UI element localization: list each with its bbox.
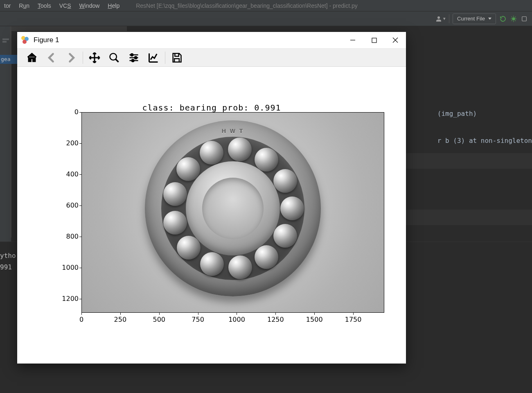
debug-icon[interactable] xyxy=(510,15,517,23)
svg-point-5 xyxy=(135,56,137,59)
editor-highlight-band-2b xyxy=(0,26,127,31)
close-button[interactable] xyxy=(385,32,406,48)
x-tick-label: 500 xyxy=(147,316,171,323)
more-icon[interactable] xyxy=(521,15,528,23)
y-tick-label: 200 xyxy=(54,139,79,147)
svg-point-0 xyxy=(512,17,515,20)
y-tick-label: 0 xyxy=(54,108,79,116)
engraving-top: H W T xyxy=(222,128,244,134)
figure-title: Figure 1 xyxy=(34,36,59,44)
y-tick-label: 800 xyxy=(54,233,79,240)
bearing-ball xyxy=(163,211,187,235)
menu-refactor[interactable]: tor xyxy=(0,2,15,9)
matplotlib-window: Figure 1 xyxy=(17,32,406,364)
bearing-ball xyxy=(200,252,224,276)
project-tree-fragment[interactable]: gea xyxy=(0,55,17,64)
y-tick-mark xyxy=(79,112,81,113)
pan-button[interactable] xyxy=(85,48,104,67)
bearing-ball xyxy=(228,138,252,161)
menu-help[interactable]: Help xyxy=(104,2,124,9)
maximize-button[interactable] xyxy=(363,32,385,48)
ide-toolbar: ▾ Current File xyxy=(0,11,532,26)
svg-point-3 xyxy=(110,53,117,60)
x-tick-mark xyxy=(120,313,121,315)
x-tick-label: 250 xyxy=(108,316,133,323)
bearing-image: H W T xyxy=(82,113,384,312)
plot-axes: H W T xyxy=(81,112,384,313)
zoom-button[interactable] xyxy=(104,48,124,67)
x-tick-label: 1000 xyxy=(224,316,249,323)
x-tick-mark xyxy=(237,313,237,315)
bearing-ball xyxy=(273,169,297,193)
x-tick-mark xyxy=(81,313,82,315)
configure-subplots-button[interactable] xyxy=(124,48,144,67)
bearing-ball xyxy=(255,148,278,172)
figure-toolbar xyxy=(17,48,406,67)
figure-titlebar[interactable]: Figure 1 xyxy=(17,32,406,48)
y-tick-mark xyxy=(79,206,81,206)
x-tick-label: 1250 xyxy=(263,316,288,323)
menu-tools[interactable]: Tools xyxy=(34,2,55,9)
bearing-ball xyxy=(228,255,252,279)
run-config-label: Current File xyxy=(457,16,485,22)
y-tick-label: 600 xyxy=(54,201,79,209)
ide-window-title: ResNet [E:\zqq_files\blog\classification… xyxy=(136,2,358,9)
editor-fragment: (img_path) r b (3) at non-singleton xyxy=(437,107,532,147)
y-tick-label: 400 xyxy=(54,170,79,178)
y-tick-mark xyxy=(79,237,81,237)
x-tick-label: 0 xyxy=(69,316,94,323)
svg-point-4 xyxy=(131,54,133,56)
x-tick-label: 1750 xyxy=(341,316,365,323)
bearing-ball xyxy=(280,196,304,220)
forward-button[interactable] xyxy=(61,48,81,67)
y-tick-mark xyxy=(79,174,81,175)
minimize-button[interactable] xyxy=(342,32,363,48)
svg-point-6 xyxy=(132,59,134,62)
y-tick-mark xyxy=(79,299,81,299)
y-tick-mark xyxy=(79,268,81,268)
back-button[interactable] xyxy=(42,48,61,67)
chevron-down-icon xyxy=(488,18,491,20)
x-tick-mark xyxy=(275,313,276,315)
ide-menubar: tor Run Tools VCS Window Help ResNet [E:… xyxy=(0,0,532,11)
x-tick-mark xyxy=(353,313,354,315)
svg-rect-1 xyxy=(522,16,527,21)
run-config-dropdown[interactable]: Current File xyxy=(453,14,496,24)
matplotlib-app-icon xyxy=(21,36,29,44)
x-tick-mark xyxy=(159,313,160,315)
save-button[interactable] xyxy=(167,48,187,67)
menu-run[interactable]: Run xyxy=(15,2,34,9)
menu-vcs[interactable]: VCS xyxy=(55,2,75,9)
code-line: (img_path) xyxy=(437,107,532,120)
y-tick-mark xyxy=(79,143,81,144)
x-tick-mark xyxy=(314,313,315,315)
svg-rect-2 xyxy=(372,38,376,43)
bearing-ball xyxy=(177,236,201,260)
x-tick-mark xyxy=(198,313,198,315)
x-tick-label: 1500 xyxy=(302,316,327,323)
menu-window[interactable]: Window xyxy=(75,2,104,9)
editor-highlight-band xyxy=(405,153,532,169)
home-button[interactable] xyxy=(22,48,42,67)
rerun-icon[interactable] xyxy=(499,15,507,23)
y-tick-label: 1200 xyxy=(54,295,79,303)
user-icon[interactable] xyxy=(435,15,442,23)
plot-canvas[interactable]: class: bearing prob: 0.991 H W T 0200400… xyxy=(17,67,406,364)
edit-axis-button[interactable] xyxy=(144,48,163,67)
x-tick-label: 750 xyxy=(186,316,210,323)
code-line: r b (3) at non-singleton xyxy=(437,134,532,147)
y-tick-label: 1000 xyxy=(54,264,79,271)
editor-highlight-band-2 xyxy=(405,210,532,225)
